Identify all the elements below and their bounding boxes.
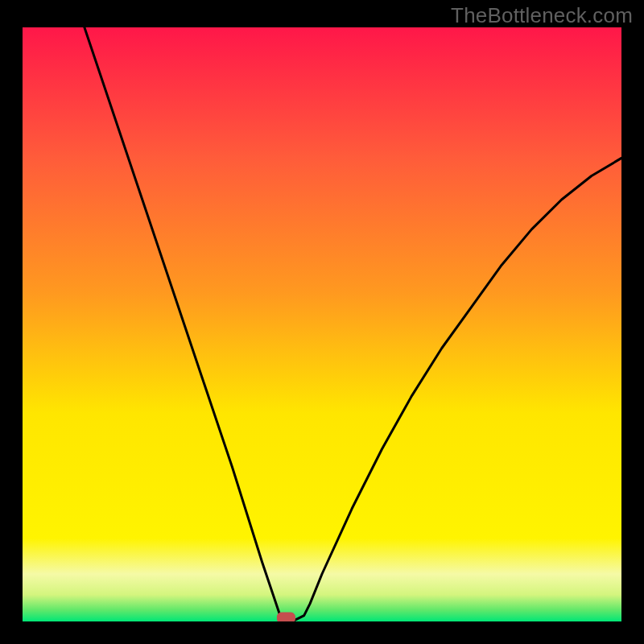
plot-area xyxy=(23,27,621,621)
plot-svg xyxy=(23,27,621,621)
gradient-background xyxy=(23,27,621,621)
watermark-text: TheBottleneck.com xyxy=(451,3,633,28)
chart-frame: TheBottleneck.com xyxy=(0,0,644,644)
sweet-spot-marker xyxy=(277,613,295,621)
